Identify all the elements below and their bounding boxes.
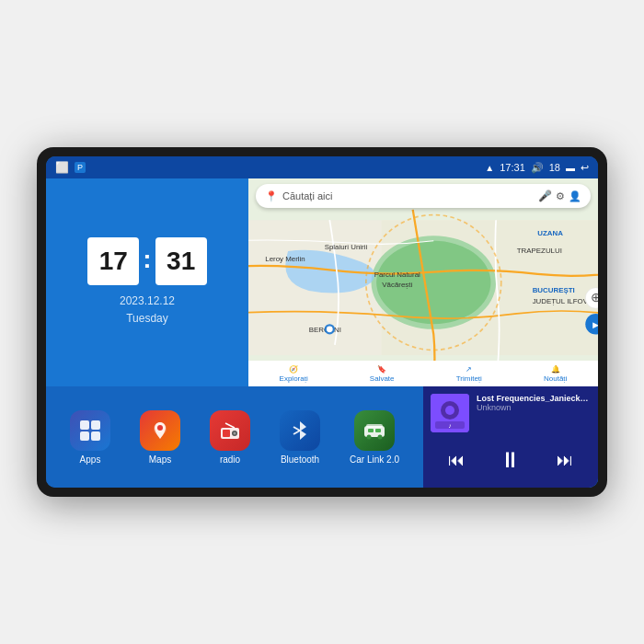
map-share-item[interactable]: ↗ Trimiteți [456, 365, 482, 383]
app-item-carlink[interactable]: Car Link 2.0 [350, 410, 399, 465]
clock-date: 2023.12.12 Tuesday [120, 293, 175, 328]
svg-text:♪: ♪ [448, 422, 452, 429]
svg-rect-25 [91, 431, 100, 441]
map-bottom-bar: 🧭 Explorați 🔖 Salvate ↗ Trimiteți 🔔 [248, 361, 598, 386]
music-controls: ⏮ ⏸ ⏭ [431, 443, 591, 477]
music-text: Lost Frequencies_Janieck Devy-... Unknow… [477, 394, 591, 412]
back-icon[interactable]: ↩ [581, 162, 589, 174]
status-bar: ⬜ P ▲ 17:31 🔊 18 ▬ ↩ [46, 156, 598, 178]
svg-line-32 [225, 423, 235, 428]
music-artist: Unknown [477, 403, 591, 412]
device-screen: ⬜ P ▲ 17:31 🔊 18 ▬ ↩ 17 : 31 [46, 156, 598, 488]
bluetooth-label: Bluetooth [281, 454, 319, 465]
svg-point-38 [367, 434, 372, 439]
apps-bar: Apps Maps [46, 386, 423, 488]
clock-minutes: 31 [155, 237, 207, 285]
map-panel[interactable]: UZANA TRAPEZULUI Parcul Natural Văcăreșt… [248, 178, 598, 386]
status-time: 17:31 [500, 162, 525, 173]
map-search-text[interactable]: Căutați aici [282, 190, 538, 201]
saved-icon: 🔖 [377, 365, 386, 374]
radio-icon [210, 410, 250, 451]
clock-hours: 17 [87, 237, 139, 285]
svg-point-16 [327, 326, 333, 332]
news-label: Noutăți [544, 374, 567, 383]
music-title: Lost Frequencies_Janieck Devy-... [477, 394, 591, 403]
battery-icon: ▬ [566, 163, 575, 173]
map-news-item[interactable]: 🔔 Noutăți [544, 365, 567, 383]
clock-panel: 17 : 31 2023.12.12 Tuesday [46, 178, 248, 386]
prev-button[interactable]: ⏮ [444, 447, 468, 474]
svg-text:UZANA: UZANA [537, 229, 563, 237]
radio-label: radio [220, 454, 240, 465]
map-pin-icon: 📍 [265, 190, 278, 202]
carlink-icon [354, 410, 395, 451]
svg-rect-40 [368, 429, 374, 432]
bottom-section: Apps Maps [46, 386, 598, 488]
music-thumbnail: ♪ [431, 394, 469, 432]
signal-icon: ▲ [485, 163, 494, 173]
svg-point-27 [157, 425, 163, 431]
app-item-apps[interactable]: Apps [70, 410, 110, 465]
svg-line-34 [293, 431, 300, 434]
saved-label: Salvate [370, 374, 395, 383]
svg-rect-29 [223, 430, 230, 437]
app-item-bluetooth[interactable]: Bluetooth [280, 410, 320, 465]
svg-text:Splaiuri Unirii: Splaiuri Unirii [325, 243, 368, 251]
map-explore-item[interactable]: 🧭 Explorați [280, 365, 308, 383]
svg-text:⊕: ⊕ [591, 291, 598, 305]
svg-marker-33 [300, 421, 306, 440]
svg-text:JUDEȚUL ILFOV: JUDEȚUL ILFOV [533, 297, 589, 305]
battery-level: 18 [549, 162, 560, 173]
home-icon[interactable]: ⬜ [55, 161, 69, 174]
apps-label: Apps [80, 454, 101, 465]
device-outer: ⬜ P ▲ 17:31 🔊 18 ▬ ↩ 17 : 31 [37, 147, 607, 497]
svg-line-35 [293, 427, 300, 431]
maps-label: Maps [149, 454, 171, 465]
svg-rect-22 [80, 420, 89, 430]
bluetooth-icon [280, 410, 320, 451]
status-right: ▲ 17:31 🔊 18 ▬ ↩ [485, 162, 589, 174]
clock-display: 17 : 31 [87, 237, 206, 285]
app-item-radio[interactable]: radio [210, 410, 250, 465]
top-section: 17 : 31 2023.12.12 Tuesday [46, 178, 598, 386]
parking-icon: P [75, 162, 86, 173]
status-left: ⬜ P [55, 161, 86, 174]
map-account-icon[interactable]: 👤 [569, 190, 581, 202]
svg-rect-24 [80, 431, 89, 441]
svg-rect-37 [366, 424, 383, 428]
clock-colon: : [143, 245, 151, 274]
svg-rect-23 [91, 420, 100, 430]
music-info: ♪ Lost Frequencies_Janieck Devy-... Unkn… [431, 394, 591, 432]
app-item-maps[interactable]: Maps [140, 410, 180, 465]
main-content: 17 : 31 2023.12.12 Tuesday [46, 178, 598, 488]
svg-text:TRAPEZULUI: TRAPEZULUI [517, 247, 562, 255]
svg-text:Leroy Merlin: Leroy Merlin [265, 255, 305, 263]
maps-icon [140, 410, 180, 451]
next-button[interactable]: ⏭ [553, 447, 577, 474]
svg-text:BUCUREȘTI: BUCUREȘTI [533, 286, 575, 294]
svg-point-44 [445, 406, 454, 415]
svg-rect-41 [375, 429, 381, 432]
share-icon: ↗ [466, 365, 472, 374]
svg-text:Văcărești: Văcărești [382, 281, 412, 289]
share-label: Trimiteți [456, 374, 482, 383]
explore-icon: 🧭 [289, 365, 298, 374]
map-saved-item[interactable]: 🔖 Salvate [370, 365, 395, 383]
play-pause-button[interactable]: ⏸ [496, 443, 525, 477]
map-svg: UZANA TRAPEZULUI Parcul Natural Văcăreșt… [248, 178, 598, 386]
svg-point-39 [378, 434, 383, 439]
explore-label: Explorați [280, 374, 308, 383]
apps-icon [70, 410, 110, 451]
svg-text:►: ► [591, 319, 598, 330]
map-search-bar[interactable]: 📍 Căutați aici 🎤 ⚙ 👤 [256, 184, 591, 208]
map-mic-icon[interactable]: 🎤 [538, 190, 552, 202]
map-gear-icon[interactable]: ⚙ [556, 190, 565, 202]
carlink-label: Car Link 2.0 [350, 454, 399, 465]
svg-text:Parcul Natural: Parcul Natural [374, 270, 420, 279]
svg-point-31 [234, 431, 236, 434]
music-panel: ♪ Lost Frequencies_Janieck Devy-... Unkn… [423, 386, 598, 488]
news-icon: 🔔 [551, 365, 560, 374]
volume-icon: 🔊 [531, 162, 544, 174]
